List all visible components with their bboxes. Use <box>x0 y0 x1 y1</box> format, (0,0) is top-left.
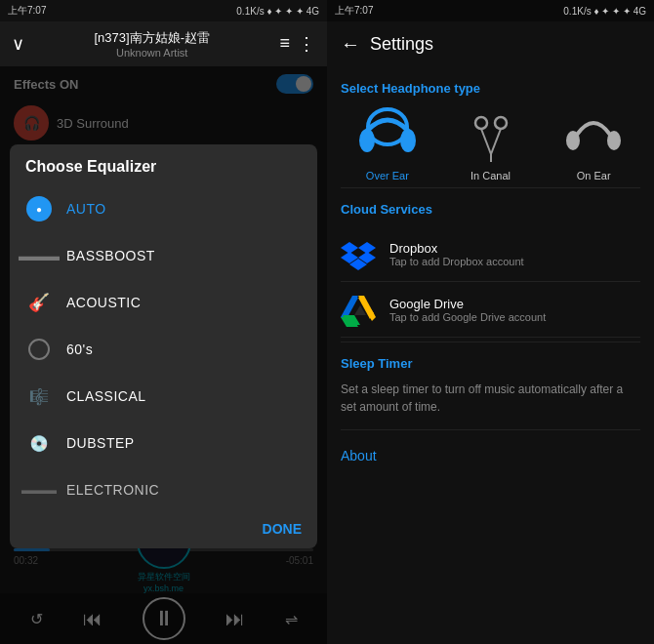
google-drive-name: Google Drive <box>389 297 546 311</box>
back-button[interactable]: ← <box>341 33 360 56</box>
eq-label-dubstep: DUBSTEP <box>66 435 135 451</box>
over-ear-icon <box>353 105 422 164</box>
eq-label-classical: CLASSICAL <box>66 388 146 404</box>
dropbox-desc: Tap to add Dropbox account <box>389 256 524 267</box>
svg-point-5 <box>495 117 507 129</box>
right-panel: 上午7:07 0.1K/s ♦ ✦ ✦ ✦ 4G ← Settings Sele… <box>327 0 654 644</box>
svg-point-1 <box>359 129 375 152</box>
service-item-google-drive[interactable]: Google Drive Tap to add Google Drive acc… <box>341 282 640 338</box>
top-icons: ≡ ⋮ <box>279 33 315 55</box>
right-status-time: 上午7:07 <box>335 4 373 18</box>
headphone-section-title: Select Headphone type <box>341 81 640 96</box>
divider-3 <box>341 429 640 430</box>
divider-2 <box>341 342 640 342</box>
eq-label-bassboost: BASSBOOST <box>66 248 155 263</box>
eq-label-60s: 60's <box>66 342 93 357</box>
service-item-dropbox[interactable]: Dropbox Tap to add Dropbox account <box>341 226 640 282</box>
eq-icon-auto: ● <box>25 195 53 222</box>
in-canal-icon <box>457 105 525 164</box>
dropbox-name: Dropbox <box>389 241 524 256</box>
right-status-icons: 0.1K/s ♦ ✦ ✦ ✦ 4G <box>563 6 646 17</box>
dropdown-icon[interactable]: ∨ <box>12 33 24 55</box>
svg-point-9 <box>607 131 621 150</box>
eq-item-dubstep[interactable]: 💿 DUBSTEP <box>10 420 317 466</box>
player-content: Effects ON 🎧 3D Surround Choose Equalize… <box>0 66 327 644</box>
song-artist: Unknown Artist <box>24 47 279 59</box>
on-ear-label: On Ear <box>577 170 611 181</box>
on-ear-icon <box>559 105 628 164</box>
eq-item-auto[interactable]: ● AUTO <box>10 185 317 232</box>
song-title: [n373]南方姑娘-赵雷 <box>24 29 279 47</box>
player-top-bar: ∨ [n373]南方姑娘-赵雷 Unknown Artist ≡ ⋮ <box>0 21 327 66</box>
right-status-bar: 上午7:07 0.1K/s ♦ ✦ ✦ ✦ 4G <box>327 0 654 21</box>
settings-title: Settings <box>370 34 433 55</box>
svg-point-8 <box>566 131 580 150</box>
left-status-time: 上午7:07 <box>8 4 46 18</box>
eq-dialog-title: Choose Equalizer <box>10 144 317 185</box>
eq-item-classical[interactable]: 🎼 CLASSICAL <box>10 373 317 420</box>
eq-done-row: DONE <box>10 513 317 548</box>
over-ear-label: Over Ear <box>366 170 409 181</box>
google-drive-desc: Tap to add Google Drive account <box>389 311 546 323</box>
eq-icon-bassboost: ▬▬▬ <box>25 242 53 269</box>
settings-content: Select Headphone type Over Ear <box>327 67 654 644</box>
eq-icon-acoustic: 🎸 <box>25 289 53 316</box>
svg-point-3 <box>475 117 487 129</box>
eq-label-auto: AUTO <box>66 201 106 217</box>
dropbox-info: Dropbox Tap to add Dropbox account <box>389 241 524 267</box>
left-panel: 上午7:07 0.1K/s ♦ ✦ ✦ ✦ 4G ∨ [n373]南方姑娘-赵雷… <box>0 0 327 644</box>
dropbox-icon <box>341 236 376 271</box>
in-canal-label: In Canal <box>470 170 511 181</box>
eq-item-electronic[interactable]: ▬▬▬ ELECTRONIC <box>10 466 317 513</box>
song-info: [n373]南方姑娘-赵雷 Unknown Artist <box>24 29 279 59</box>
google-drive-info: Google Drive Tap to add Google Drive acc… <box>389 297 546 323</box>
eq-icon-dubstep: 💿 <box>25 429 53 457</box>
eq-label-electronic: ELECTRONIC <box>66 482 159 498</box>
eq-done-button[interactable]: DONE <box>263 521 302 537</box>
left-status-bar: 上午7:07 0.1K/s ♦ ✦ ✦ ✦ 4G <box>0 0 327 21</box>
eq-icon-classical: 🎼 <box>25 382 53 410</box>
svg-line-6 <box>491 129 501 154</box>
headphone-on-ear[interactable]: On Ear <box>547 105 640 181</box>
eq-icon-electronic: ▬▬▬ <box>25 476 53 503</box>
eq-item-acoustic[interactable]: 🎸 ACOUSTIC <box>10 279 317 326</box>
settings-header: ← Settings <box>327 21 654 67</box>
svg-line-4 <box>481 129 491 154</box>
more-icon[interactable]: ⋮ <box>298 33 315 55</box>
headphone-over-ear[interactable]: Over Ear <box>341 105 434 181</box>
equalizer-icon[interactable]: ≡ <box>279 33 290 55</box>
about-item[interactable]: About <box>341 434 640 477</box>
headphone-in-canal[interactable]: In Canal <box>444 105 538 181</box>
left-status-icons: 0.1K/s ♦ ✦ ✦ ✦ 4G <box>236 6 319 17</box>
eq-dialog: Choose Equalizer ● AUTO ▬▬▬ BASSBOOST 🎸 … <box>10 144 317 548</box>
eq-item-bassboost[interactable]: ▬▬▬ BASSBOOST <box>10 232 317 279</box>
sleep-section-title: Sleep Timer <box>341 356 640 371</box>
svg-point-2 <box>400 129 416 152</box>
eq-label-acoustic: ACOUSTIC <box>66 295 141 310</box>
eq-item-60s[interactable]: 60's <box>10 326 317 373</box>
headphone-row: Over Ear In Canal <box>341 105 640 181</box>
sleep-desc: Set a sleep timer to turn off music auto… <box>341 381 640 416</box>
eq-icon-60s <box>25 336 53 363</box>
divider-1 <box>341 187 640 188</box>
google-drive-icon <box>341 292 376 327</box>
cloud-section-title: Cloud Services <box>341 202 640 217</box>
